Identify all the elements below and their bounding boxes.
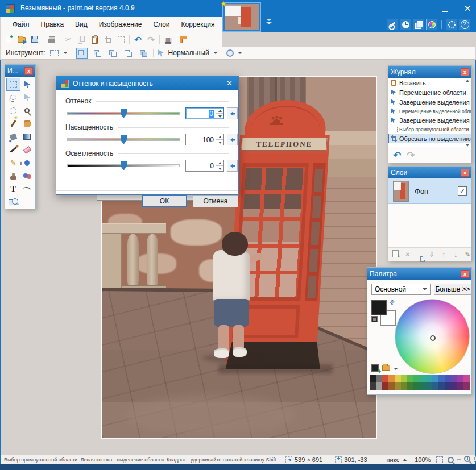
hue-slider[interactable] xyxy=(67,109,180,118)
paste-button[interactable] xyxy=(90,35,100,44)
swap-colors-icon[interactable]: ⇄ xyxy=(388,298,396,306)
selection-mode-intersect[interactable] xyxy=(122,48,134,59)
cut-button[interactable]: ✂ xyxy=(64,35,73,44)
merge-down-button[interactable]: ⇓ xyxy=(428,250,435,259)
color-wheel-selector[interactable] xyxy=(430,335,436,341)
menu-item[interactable]: Слои xyxy=(147,18,175,31)
color-swatch[interactable] xyxy=(445,382,451,390)
tool-paint-bucket[interactable] xyxy=(6,130,20,143)
help-button[interactable]: ? xyxy=(459,19,470,30)
color-swatch[interactable] xyxy=(426,382,432,390)
tools-window-close[interactable]: x xyxy=(24,67,33,75)
palette-panel-close[interactable]: x xyxy=(461,270,469,278)
tools-window-toggle[interactable] xyxy=(387,19,398,30)
history-item[interactable]: Перемещение области xyxy=(388,88,471,97)
history-item[interactable]: Вставить xyxy=(388,78,471,88)
color-swatch[interactable] xyxy=(376,382,382,390)
tool-move-selection[interactable] xyxy=(20,91,35,104)
history-item[interactable]: Перемещение выделенной области xyxy=(388,107,471,115)
minimize-button[interactable] xyxy=(418,5,426,13)
sampling-icon[interactable] xyxy=(226,49,234,57)
cancel-button[interactable]: Отмена xyxy=(193,195,238,207)
undo-button[interactable]: ↶ xyxy=(133,35,143,44)
menu-item[interactable]: Коррекция xyxy=(176,18,221,31)
redo-button[interactable]: ↷ xyxy=(146,35,156,44)
layers-panel-titlebar[interactable]: Слои x xyxy=(388,167,471,178)
color-swatch[interactable] xyxy=(457,375,463,382)
save-button[interactable] xyxy=(30,35,39,44)
primary-color-swatch[interactable] xyxy=(371,300,387,315)
palette-dropdown-arrow[interactable] xyxy=(394,368,398,370)
color-swatch[interactable] xyxy=(451,375,457,382)
hue-spin-up[interactable] xyxy=(216,108,223,114)
add-color-button[interactable] xyxy=(371,364,379,372)
scroll-up-icon[interactable] xyxy=(465,80,470,82)
ruler-toggle-button[interactable] xyxy=(176,35,186,44)
lightness-spin-down[interactable] xyxy=(216,166,223,171)
lightness-reset-button[interactable] xyxy=(227,160,238,172)
blend-mode-dropdown-arrow[interactable] xyxy=(213,52,218,54)
more-button[interactable]: Больше >> xyxy=(434,284,471,295)
dialog-close-icon[interactable]: ✕ xyxy=(226,79,234,88)
saturation-slider-thumb[interactable] xyxy=(121,135,127,144)
color-swatch[interactable] xyxy=(370,375,376,382)
current-tool-button[interactable] xyxy=(49,48,59,58)
zoom-out-button[interactable] xyxy=(448,457,454,463)
color-swatch[interactable] xyxy=(401,382,407,390)
hue-slider-thumb[interactable] xyxy=(121,109,127,118)
tool-gradient[interactable] xyxy=(20,130,35,143)
hue-input[interactable]: 0 xyxy=(185,107,224,119)
menu-item[interactable]: Вид xyxy=(69,18,93,31)
zoom-slider[interactable] xyxy=(457,456,461,463)
new-file-button[interactable]: + xyxy=(3,35,13,44)
tool-line-curve[interactable] xyxy=(20,182,35,196)
tool-ellipse-select[interactable] xyxy=(6,104,20,117)
lightness-slider-thumb[interactable] xyxy=(121,161,127,170)
saturation-input[interactable]: 100 xyxy=(185,134,224,145)
saturation-spin-up[interactable] xyxy=(216,134,223,140)
menu-item[interactable]: Правка xyxy=(35,18,70,31)
crop-to-selection-button[interactable] xyxy=(103,35,113,44)
color-swatch[interactable] xyxy=(457,382,463,390)
layers-panel-close[interactable]: x xyxy=(461,169,469,177)
selection-mode-invert[interactable] xyxy=(138,48,149,59)
color-swatch[interactable] xyxy=(370,382,376,390)
lightness-spin-up[interactable] xyxy=(216,160,223,166)
tool-dropdown-arrow[interactable] xyxy=(63,52,68,54)
close-button[interactable]: ✕ xyxy=(463,5,471,13)
selection-mode-subtract[interactable] xyxy=(107,48,118,59)
color-swatch[interactable] xyxy=(463,382,470,390)
tool-zoom[interactable] xyxy=(20,104,35,117)
history-item[interactable]: Завершение выделения xyxy=(388,115,471,125)
tool-pan[interactable] xyxy=(20,117,35,130)
color-swatch[interactable] xyxy=(401,375,407,382)
history-window-toggle[interactable] xyxy=(400,19,411,30)
history-panel-close[interactable]: x xyxy=(461,68,469,76)
layer-row[interactable]: Фон ✓ xyxy=(388,178,471,204)
tool-text[interactable]: T xyxy=(6,182,20,196)
image-list-chevron-icon[interactable] xyxy=(266,19,272,26)
layer-visibility-checkbox[interactable]: ✓ xyxy=(458,186,467,196)
palette-file-button[interactable] xyxy=(382,365,390,371)
palette-panel-titlebar[interactable]: Палитра x xyxy=(367,268,471,280)
open-file-button[interactable] xyxy=(16,35,26,44)
tool-pencil[interactable]: ✎ xyxy=(6,156,20,169)
color-swatch[interactable] xyxy=(432,382,438,390)
colors-window-toggle[interactable] xyxy=(426,19,437,30)
color-swatch[interactable] xyxy=(463,375,470,382)
history-redo-button[interactable]: ↷ xyxy=(407,149,415,161)
blend-mode-value[interactable]: Нормальный xyxy=(168,49,209,57)
menu-item[interactable]: Файл xyxy=(7,18,35,31)
saturation-spin-down[interactable] xyxy=(216,140,223,145)
color-swatch[interactable] xyxy=(413,375,420,382)
tool-color-picker[interactable] xyxy=(20,156,35,169)
color-swatch[interactable] xyxy=(420,375,426,382)
color-swatch[interactable] xyxy=(432,375,438,382)
color-swatch[interactable] xyxy=(407,382,413,390)
color-swatch[interactable] xyxy=(451,382,457,390)
lightness-slider[interactable] xyxy=(67,161,180,170)
deselect-button[interactable] xyxy=(116,35,126,44)
zoom-to-selection-button[interactable] xyxy=(436,456,443,463)
menu-item[interactable]: Изображение xyxy=(93,18,148,31)
copy-button[interactable] xyxy=(77,35,86,44)
